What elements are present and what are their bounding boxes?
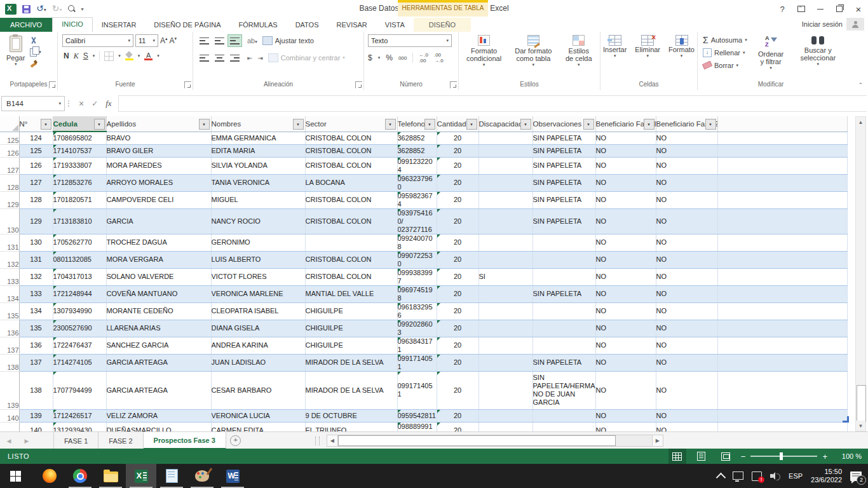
cell[interactable]	[305, 234, 397, 251]
cell[interactable]: CRISTOBAL COLON	[305, 251, 397, 268]
cell[interactable]: 1704317013	[53, 268, 106, 285]
cell[interactable]: CHIGUILPE	[305, 320, 397, 337]
page-break-view-button[interactable]	[717, 449, 735, 464]
column-header-beneficiario-fase-2[interactable]: Beneficiario Fase 2▼	[656, 116, 717, 132]
scroll-right-icon[interactable]: ▶	[652, 435, 663, 447]
cell[interactable]: 0990722530	[397, 251, 437, 268]
cell[interactable]	[478, 409, 532, 422]
cell[interactable]: LA BOCANA	[305, 174, 397, 191]
vertical-scroll-thumb[interactable]	[857, 385, 866, 422]
cell[interactable]: LLARENA ARIAS	[106, 320, 211, 337]
cell[interactable]	[717, 208, 847, 234]
formula-input[interactable]	[118, 95, 867, 112]
cell[interactable]: 20	[437, 354, 478, 371]
shrink-font-icon[interactable]: A▾	[170, 36, 177, 45]
bold-button[interactable]: N	[64, 51, 69, 60]
name-box-splitter[interactable]	[65, 100, 72, 107]
cell[interactable]: 130	[19, 234, 53, 251]
taskbar-word[interactable]	[217, 464, 248, 488]
cell[interactable]	[478, 208, 532, 234]
filter-dropdown-icon[interactable]: ▼	[705, 119, 716, 130]
cell[interactable]: COVEÑA MANTUANO	[106, 285, 211, 302]
cell[interactable]	[717, 409, 847, 422]
cell[interactable]: NO	[656, 191, 717, 208]
cell[interactable]	[478, 302, 532, 320]
cell[interactable]: GARCIA ARTEAGA	[106, 354, 211, 371]
conditional-formatting-button[interactable]: Formato condicional▾	[461, 34, 506, 80]
find-select-button[interactable]: Buscar y seleccionar▾	[795, 34, 842, 80]
cell[interactable]: 131	[19, 251, 53, 268]
taskbar-paint[interactable]	[187, 464, 217, 488]
cell[interactable]: 139	[19, 409, 53, 422]
cell[interactable]: NO	[595, 409, 656, 422]
tab-insertar[interactable]: INSERTAR	[93, 18, 146, 32]
cell[interactable]: 20	[437, 409, 478, 422]
filter-dropdown-icon[interactable]: ▼	[424, 119, 435, 130]
taskbar-notepad[interactable]	[156, 464, 187, 488]
cell[interactable]: ANDREA KARINA	[211, 337, 305, 354]
row-header-130[interactable]: 130	[0, 208, 19, 234]
row-header-137[interactable]: 137	[0, 337, 19, 354]
column-header-n-[interactable]: N°▼	[19, 116, 53, 132]
paste-button[interactable]: Pegar▾	[3, 34, 29, 80]
filter-dropdown-icon[interactable]: ▼	[644, 119, 654, 130]
format-as-table-button[interactable]: Dar formato como tabla▾	[508, 34, 559, 80]
sheet-prev-icon[interactable]: ◀	[0, 432, 18, 449]
cell[interactable]	[717, 337, 847, 354]
cell[interactable]	[532, 268, 595, 285]
cell[interactable]: 0801132085	[53, 251, 106, 268]
cell[interactable]: NO	[595, 144, 656, 157]
cell[interactable]	[717, 234, 847, 251]
cell[interactable]: SIN PAPELETA	[532, 354, 595, 371]
cell[interactable]: 128	[19, 191, 53, 208]
cell[interactable]: 20	[437, 285, 478, 302]
cell[interactable]: 20	[437, 268, 478, 285]
cell[interactable]: 0991232204	[397, 157, 437, 174]
enter-icon[interactable]: ✓	[92, 99, 98, 108]
tab-vista[interactable]: VISTA	[376, 18, 414, 32]
cell[interactable]: CHIGUILPE	[305, 302, 397, 320]
row-header-140[interactable]: 140	[0, 409, 19, 422]
cell[interactable]: MIRADOR DE LA SELVA	[305, 354, 397, 371]
cell[interactable]	[717, 354, 847, 371]
minimize-icon[interactable]	[811, 2, 830, 16]
cell[interactable]	[478, 337, 532, 354]
cell[interactable]: DIANA GISELA	[211, 320, 305, 337]
cell[interactable]: NO	[656, 208, 717, 234]
row-header-141[interactable]: 141	[0, 422, 19, 431]
cell[interactable]: GERONIMO	[211, 234, 305, 251]
align-top-icon[interactable]	[197, 34, 212, 47]
close-icon[interactable]: ×	[849, 2, 868, 16]
filter-dropdown-icon[interactable]: ▼	[94, 119, 105, 130]
cell[interactable]	[532, 320, 595, 337]
align-middle-icon[interactable]	[212, 34, 227, 47]
cell[interactable]: 20	[437, 422, 478, 431]
row-header-129[interactable]: 129	[0, 191, 19, 208]
cell[interactable]: 1712853276	[53, 174, 106, 191]
cell[interactable]: SILVIA YOLANDA	[211, 157, 305, 174]
filter-dropdown-icon[interactable]: ▼	[520, 119, 531, 130]
comma-format-icon[interactable]: 000	[398, 55, 407, 61]
cell[interactable]: NO	[656, 234, 717, 251]
zoom-level[interactable]: 100 %	[834, 452, 862, 460]
wrap-text-button[interactable]: Ajustar texto	[262, 35, 314, 46]
align-center-icon[interactable]	[212, 51, 227, 64]
tab-dise-o[interactable]: DISEÑO	[414, 18, 471, 32]
cell[interactable]: NO	[595, 371, 656, 409]
cell[interactable]: 20	[437, 234, 478, 251]
cell[interactable]: 20	[437, 157, 478, 174]
row-header-131[interactable]: 131	[0, 234, 19, 251]
cell[interactable]	[478, 174, 532, 191]
row-header-128[interactable]: 128	[0, 174, 19, 191]
cell[interactable]	[532, 422, 595, 431]
tab-f-rmulas[interactable]: FÓRMULAS	[230, 18, 287, 32]
filter-dropdown-icon[interactable]: ▼	[41, 119, 51, 130]
cell[interactable]	[532, 251, 595, 268]
taskbar-file-explorer[interactable]	[95, 464, 126, 488]
cell[interactable]: NO	[656, 337, 717, 354]
cell[interactable]: VICTOT FLORES	[211, 268, 305, 285]
cell[interactable]: MORA VERGARA	[106, 251, 211, 268]
scroll-left-icon[interactable]: ◀	[327, 435, 338, 447]
cell[interactable]: 137	[19, 354, 53, 371]
cell[interactable]: MIGUEL	[211, 191, 305, 208]
